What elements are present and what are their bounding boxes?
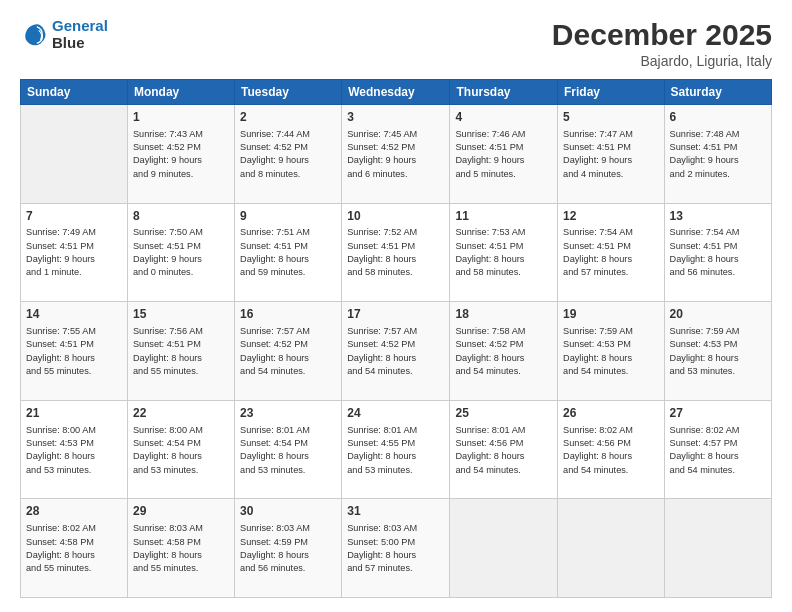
calendar-cell: 1Sunrise: 7:43 AM Sunset: 4:52 PM Daylig… — [127, 105, 234, 204]
day-number: 30 — [240, 503, 336, 520]
calendar-cell: 16Sunrise: 7:57 AM Sunset: 4:52 PM Dayli… — [235, 302, 342, 401]
day-info: Sunrise: 7:59 AM Sunset: 4:53 PM Dayligh… — [670, 325, 766, 378]
calendar-cell: 23Sunrise: 8:01 AM Sunset: 4:54 PM Dayli… — [235, 400, 342, 499]
calendar-cell: 25Sunrise: 8:01 AM Sunset: 4:56 PM Dayli… — [450, 400, 558, 499]
day-number: 3 — [347, 109, 444, 126]
header-day-friday: Friday — [558, 80, 665, 105]
calendar-cell: 15Sunrise: 7:56 AM Sunset: 4:51 PM Dayli… — [127, 302, 234, 401]
day-info: Sunrise: 7:54 AM Sunset: 4:51 PM Dayligh… — [563, 226, 659, 279]
calendar-cell: 30Sunrise: 8:03 AM Sunset: 4:59 PM Dayli… — [235, 499, 342, 598]
header-day-wednesday: Wednesday — [342, 80, 450, 105]
calendar-cell — [558, 499, 665, 598]
header-day-monday: Monday — [127, 80, 234, 105]
day-number: 25 — [455, 405, 552, 422]
day-number: 12 — [563, 208, 659, 225]
calendar-cell: 17Sunrise: 7:57 AM Sunset: 4:52 PM Dayli… — [342, 302, 450, 401]
calendar-cell: 28Sunrise: 8:02 AM Sunset: 4:58 PM Dayli… — [21, 499, 128, 598]
day-number: 14 — [26, 306, 122, 323]
calendar-week-4: 21Sunrise: 8:00 AM Sunset: 4:53 PM Dayli… — [21, 400, 772, 499]
day-info: Sunrise: 8:00 AM Sunset: 4:53 PM Dayligh… — [26, 424, 122, 477]
day-info: Sunrise: 7:54 AM Sunset: 4:51 PM Dayligh… — [670, 226, 766, 279]
calendar: SundayMondayTuesdayWednesdayThursdayFrid… — [20, 79, 772, 598]
calendar-cell: 22Sunrise: 8:00 AM Sunset: 4:54 PM Dayli… — [127, 400, 234, 499]
calendar-header-row: SundayMondayTuesdayWednesdayThursdayFrid… — [21, 80, 772, 105]
day-info: Sunrise: 7:43 AM Sunset: 4:52 PM Dayligh… — [133, 128, 229, 181]
day-number: 27 — [670, 405, 766, 422]
day-number: 18 — [455, 306, 552, 323]
calendar-cell: 12Sunrise: 7:54 AM Sunset: 4:51 PM Dayli… — [558, 203, 665, 302]
calendar-cell — [450, 499, 558, 598]
day-info: Sunrise: 7:59 AM Sunset: 4:53 PM Dayligh… — [563, 325, 659, 378]
calendar-cell: 24Sunrise: 8:01 AM Sunset: 4:55 PM Dayli… — [342, 400, 450, 499]
day-info: Sunrise: 8:01 AM Sunset: 4:54 PM Dayligh… — [240, 424, 336, 477]
calendar-cell: 13Sunrise: 7:54 AM Sunset: 4:51 PM Dayli… — [664, 203, 771, 302]
header-day-sunday: Sunday — [21, 80, 128, 105]
calendar-cell: 7Sunrise: 7:49 AM Sunset: 4:51 PM Daylig… — [21, 203, 128, 302]
day-number: 7 — [26, 208, 122, 225]
logo-text: General Blue — [52, 18, 108, 51]
day-number: 5 — [563, 109, 659, 126]
calendar-cell: 10Sunrise: 7:52 AM Sunset: 4:51 PM Dayli… — [342, 203, 450, 302]
day-info: Sunrise: 8:01 AM Sunset: 4:55 PM Dayligh… — [347, 424, 444, 477]
day-number: 26 — [563, 405, 659, 422]
day-info: Sunrise: 8:00 AM Sunset: 4:54 PM Dayligh… — [133, 424, 229, 477]
day-info: Sunrise: 7:46 AM Sunset: 4:51 PM Dayligh… — [455, 128, 552, 181]
calendar-cell: 2Sunrise: 7:44 AM Sunset: 4:52 PM Daylig… — [235, 105, 342, 204]
header-day-thursday: Thursday — [450, 80, 558, 105]
title-block: December 2025 Bajardo, Liguria, Italy — [552, 18, 772, 69]
day-info: Sunrise: 7:56 AM Sunset: 4:51 PM Dayligh… — [133, 325, 229, 378]
day-info: Sunrise: 8:01 AM Sunset: 4:56 PM Dayligh… — [455, 424, 552, 477]
day-number: 22 — [133, 405, 229, 422]
calendar-cell: 4Sunrise: 7:46 AM Sunset: 4:51 PM Daylig… — [450, 105, 558, 204]
day-number: 19 — [563, 306, 659, 323]
day-number: 16 — [240, 306, 336, 323]
calendar-cell: 5Sunrise: 7:47 AM Sunset: 4:51 PM Daylig… — [558, 105, 665, 204]
day-info: Sunrise: 7:55 AM Sunset: 4:51 PM Dayligh… — [26, 325, 122, 378]
calendar-cell: 18Sunrise: 7:58 AM Sunset: 4:52 PM Dayli… — [450, 302, 558, 401]
day-number: 4 — [455, 109, 552, 126]
day-info: Sunrise: 7:53 AM Sunset: 4:51 PM Dayligh… — [455, 226, 552, 279]
day-number: 24 — [347, 405, 444, 422]
day-info: Sunrise: 7:57 AM Sunset: 4:52 PM Dayligh… — [240, 325, 336, 378]
day-number: 10 — [347, 208, 444, 225]
calendar-cell — [664, 499, 771, 598]
calendar-cell: 31Sunrise: 8:03 AM Sunset: 5:00 PM Dayli… — [342, 499, 450, 598]
day-number: 2 — [240, 109, 336, 126]
calendar-cell: 9Sunrise: 7:51 AM Sunset: 4:51 PM Daylig… — [235, 203, 342, 302]
calendar-cell: 19Sunrise: 7:59 AM Sunset: 4:53 PM Dayli… — [558, 302, 665, 401]
day-number: 15 — [133, 306, 229, 323]
day-number: 9 — [240, 208, 336, 225]
day-number: 17 — [347, 306, 444, 323]
calendar-week-3: 14Sunrise: 7:55 AM Sunset: 4:51 PM Dayli… — [21, 302, 772, 401]
day-number: 13 — [670, 208, 766, 225]
day-info: Sunrise: 7:57 AM Sunset: 4:52 PM Dayligh… — [347, 325, 444, 378]
calendar-cell: 8Sunrise: 7:50 AM Sunset: 4:51 PM Daylig… — [127, 203, 234, 302]
calendar-cell: 11Sunrise: 7:53 AM Sunset: 4:51 PM Dayli… — [450, 203, 558, 302]
month-title: December 2025 — [552, 18, 772, 51]
logo-icon — [20, 21, 48, 49]
day-info: Sunrise: 8:02 AM Sunset: 4:56 PM Dayligh… — [563, 424, 659, 477]
calendar-cell — [21, 105, 128, 204]
day-info: Sunrise: 8:02 AM Sunset: 4:58 PM Dayligh… — [26, 522, 122, 575]
calendar-cell: 3Sunrise: 7:45 AM Sunset: 4:52 PM Daylig… — [342, 105, 450, 204]
location: Bajardo, Liguria, Italy — [552, 53, 772, 69]
day-info: Sunrise: 7:49 AM Sunset: 4:51 PM Dayligh… — [26, 226, 122, 279]
day-info: Sunrise: 7:48 AM Sunset: 4:51 PM Dayligh… — [670, 128, 766, 181]
day-info: Sunrise: 7:51 AM Sunset: 4:51 PM Dayligh… — [240, 226, 336, 279]
calendar-cell: 14Sunrise: 7:55 AM Sunset: 4:51 PM Dayli… — [21, 302, 128, 401]
day-info: Sunrise: 7:47 AM Sunset: 4:51 PM Dayligh… — [563, 128, 659, 181]
calendar-cell: 26Sunrise: 8:02 AM Sunset: 4:56 PM Dayli… — [558, 400, 665, 499]
calendar-cell: 21Sunrise: 8:00 AM Sunset: 4:53 PM Dayli… — [21, 400, 128, 499]
day-number: 8 — [133, 208, 229, 225]
day-info: Sunrise: 8:03 AM Sunset: 4:58 PM Dayligh… — [133, 522, 229, 575]
day-info: Sunrise: 8:03 AM Sunset: 4:59 PM Dayligh… — [240, 522, 336, 575]
page: General Blue December 2025 Bajardo, Ligu… — [0, 0, 792, 612]
calendar-cell: 20Sunrise: 7:59 AM Sunset: 4:53 PM Dayli… — [664, 302, 771, 401]
day-number: 31 — [347, 503, 444, 520]
calendar-week-1: 1Sunrise: 7:43 AM Sunset: 4:52 PM Daylig… — [21, 105, 772, 204]
logo: General Blue — [20, 18, 108, 51]
calendar-cell: 27Sunrise: 8:02 AM Sunset: 4:57 PM Dayli… — [664, 400, 771, 499]
calendar-week-5: 28Sunrise: 8:02 AM Sunset: 4:58 PM Dayli… — [21, 499, 772, 598]
day-number: 29 — [133, 503, 229, 520]
day-info: Sunrise: 7:44 AM Sunset: 4:52 PM Dayligh… — [240, 128, 336, 181]
